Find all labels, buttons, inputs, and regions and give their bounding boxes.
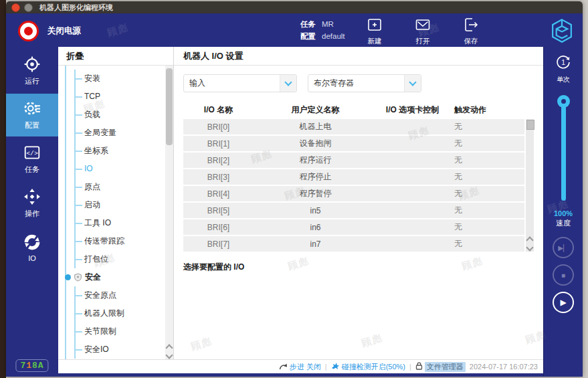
left-nav: 运行 配置 </ — [6, 47, 58, 377]
table-row[interactable]: BRI[4] 程序暂停 无 — [183, 186, 524, 201]
col-tab-control: I/O 选项卡控制 — [377, 104, 448, 116]
tree-scrollbar-thumb[interactable] — [166, 68, 173, 145]
tree-collapse-header[interactable]: 折叠 — [58, 47, 173, 66]
table-row[interactable]: BRI[6] in6 无 — [183, 219, 524, 235]
tree-safety-children: 安全原点 机器人限制 关节限制 安全IO — [74, 286, 164, 359]
scroll-down-icon[interactable] — [165, 351, 173, 359]
tree-scrollbar[interactable] — [165, 66, 173, 359]
file-manager-button[interactable]: 文件管理器 — [415, 362, 466, 372]
io-icon — [23, 233, 41, 252]
scroll-up-icon[interactable] — [526, 236, 533, 244]
new-button[interactable]: 新建 — [359, 17, 390, 46]
power-button[interactable] — [18, 21, 39, 41]
speed-slider-track[interactable] — [561, 100, 566, 201]
open-button[interactable]: 打开 — [407, 17, 438, 46]
single-cycle-button[interactable]: 1 单次 — [555, 54, 572, 84]
content-area: 折叠 安装 TCP 负载 全局变量 坐标系 IO 原点 启 — [58, 47, 543, 359]
nav-item-label: 配置 — [25, 120, 39, 130]
tree-item-coord[interactable]: 坐标系 — [76, 142, 164, 160]
window-title: 机器人图形化编程环境 — [39, 3, 113, 13]
svg-text:1: 1 — [561, 59, 565, 66]
window-close-button[interactable] — [11, 3, 20, 12]
config-value: default — [322, 32, 345, 40]
table-scrollbar[interactable] — [526, 119, 534, 252]
screen: 机器人图形化编程环境 关闭电源 任务MR 配置default — [0, 0, 588, 378]
chevron-down-icon — [404, 75, 421, 92]
tree-item-safety-io[interactable]: 安全IO — [76, 341, 164, 359]
app-header: 关闭电源 任务MR 配置default 新建 — [6, 13, 583, 47]
tree-item-install[interactable]: 安装 — [76, 70, 164, 88]
step-forward-icon: ▶▏ — [558, 244, 568, 252]
nav-item-run[interactable]: 运行 — [6, 50, 58, 92]
speed-slider[interactable] — [557, 95, 570, 201]
header-actions: 新建 打开 — [359, 17, 486, 46]
io-direction-select[interactable]: 输入 — [183, 74, 297, 92]
stop-button[interactable]: ■ — [553, 264, 574, 286]
tree-item-io[interactable]: IO — [76, 160, 164, 178]
table-scrollbar-thumb[interactable] — [526, 120, 534, 130]
table-row[interactable]: BRI[0] 机器上电 无 — [183, 119, 524, 134]
tree-group-safety[interactable]: 安全 — [65, 268, 164, 286]
window-minimize-button[interactable] — [24, 3, 33, 12]
tree-item-startup[interactable]: 启动 — [76, 196, 164, 214]
playback-controls: ▶▏ ■ ▶ — [553, 237, 574, 313]
page-title: 机器人 I/O 设置 — [174, 47, 543, 66]
scroll-up-icon[interactable] — [165, 344, 173, 351]
tree-item-payload[interactable]: 负载 — [76, 106, 164, 124]
tree-item-robot-limit[interactable]: 机器人限制 — [76, 304, 164, 322]
col-trigger: 触发动作 — [448, 104, 524, 116]
tree-item-tool-io[interactable]: 工具 IO — [76, 214, 164, 232]
brand-logo-icon — [551, 19, 573, 45]
tree-item-conveyor[interactable]: 传送带跟踪 — [76, 232, 164, 250]
tree-item-joint-limit[interactable]: 关节限制 — [76, 322, 164, 341]
nav-item-task[interactable]: </> 任务 — [6, 138, 58, 181]
col-io-name: I/O 名称 — [183, 104, 254, 116]
scroll-down-icon[interactable] — [526, 244, 533, 251]
save-button-label: 保存 — [464, 37, 478, 46]
col-user-name: 用户定义名称 — [254, 104, 377, 116]
tree-item-pack-pos[interactable]: 打包位 — [76, 250, 164, 268]
tree-item-global-vars[interactable]: 全局变量 — [76, 124, 164, 142]
io-settings-panel: 机器人 I/O 设置 输入 布尔寄存器 — [174, 47, 543, 359]
collision-icon — [331, 362, 340, 371]
open-button-label: 打开 — [416, 37, 430, 46]
desktop-edge — [0, 0, 6, 378]
table-row[interactable]: BRI[1] 设备抱闸 无 — [183, 136, 524, 151]
speed-slider-handle[interactable] — [557, 95, 570, 108]
nav-item-label: 运行 — [25, 76, 39, 86]
nav-item-io[interactable]: IO — [6, 226, 58, 269]
io-direction-value: 输入 — [184, 78, 205, 89]
power-group: 关闭电源 — [18, 21, 81, 41]
nav-item-label: 操作 — [25, 209, 39, 219]
table-row[interactable]: BRI[5] in5 无 — [183, 203, 524, 218]
task-icon: </> — [23, 144, 41, 163]
play-button[interactable]: ▶ — [553, 292, 574, 313]
step-forward-button[interactable]: ▶▏ — [553, 237, 574, 258]
step-mode-toggle[interactable]: 步进 关闭 — [279, 362, 321, 372]
tree-root-line — [65, 66, 66, 359]
task-label: 任务 — [300, 20, 316, 28]
bottom-accent-bar — [58, 373, 543, 377]
collision-detect-toggle[interactable]: 碰撞检测开启(50%) — [331, 362, 405, 372]
tree-item-origin[interactable]: 原点 — [76, 178, 164, 196]
speed-percent: 100% — [554, 209, 573, 218]
speed-readout: 100% 速度 — [554, 209, 573, 227]
tree-item-safe-origin[interactable]: 安全原点 — [76, 286, 164, 304]
table-row[interactable]: BRI[7] in7 无 — [183, 236, 524, 252]
app-body: 运行 配置 </ — [6, 47, 583, 377]
save-button[interactable]: 保存 — [456, 17, 486, 46]
io-type-select[interactable]: 布尔寄存器 — [308, 74, 421, 92]
nav-item-operate[interactable]: 操作 — [6, 182, 58, 225]
new-button-label: 新建 — [368, 37, 382, 46]
center-column: 折叠 安装 TCP 负载 全局变量 坐标系 IO 原点 启 — [58, 47, 543, 377]
table-row[interactable]: BRI[3] 程序停止 无 — [183, 169, 524, 185]
table-row[interactable]: BRI[2] 程序运行 无 — [183, 153, 524, 168]
save-icon — [463, 17, 479, 35]
status-badge: 718A — [15, 359, 48, 372]
tree-list: 安装 TCP 负载 全局变量 坐标系 IO 原点 启动 工具 IO 传送带跟踪 — [74, 70, 164, 268]
file-manager-label: 文件管理器 — [425, 362, 466, 372]
tree-item-tcp[interactable]: TCP — [76, 88, 164, 106]
power-label: 关闭电源 — [47, 25, 81, 37]
nav-item-config[interactable]: 配置 — [6, 94, 58, 136]
step-mode-label: 步进 关闭 — [290, 362, 321, 372]
